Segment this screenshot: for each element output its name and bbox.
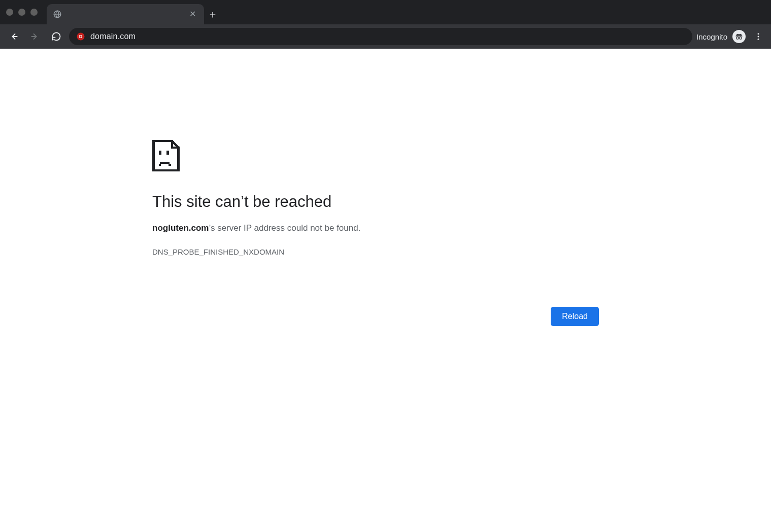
reload-nav-button[interactable] [48,28,65,45]
error-message-rest: ’s server IP address could not be found. [209,223,360,233]
svg-rect-15 [159,164,161,166]
page-viewport: This site can’t be reached nogluten.com’… [0,49,771,532]
error-container: This site can’t be reached nogluten.com’… [152,140,599,326]
browser-window: ✕ ＋ D domain.com Incognito [0,0,771,532]
toolbar: D domain.com Incognito [0,24,771,49]
svg-rect-14 [160,162,170,164]
incognito-label: Incognito [696,32,727,41]
url-text[interactable]: domain.com [90,32,685,41]
svg-rect-12 [159,151,161,154]
svg-point-6 [736,37,739,40]
toolbar-right: Incognito [696,29,766,44]
tab-close-icon[interactable]: ✕ [187,8,198,20]
incognito-icon[interactable] [732,30,746,43]
window-close-dot[interactable] [6,9,13,16]
error-heading: This site can’t be reached [152,193,599,211]
back-button[interactable] [5,28,22,45]
site-favicon-icon: D [76,32,85,41]
svg-point-9 [758,36,759,38]
svg-text:D: D [79,34,83,39]
globe-icon [53,10,62,19]
error-domain: nogluten.com [152,223,209,233]
error-actions: Reload [152,307,599,326]
reload-button[interactable]: Reload [551,307,599,326]
svg-point-7 [740,37,742,40]
browser-tab[interactable]: ✕ [47,4,204,24]
new-tab-button[interactable]: ＋ [204,4,221,24]
svg-rect-5 [735,36,743,37]
error-message: nogluten.com’s server IP address could n… [152,222,599,234]
window-minimize-dot[interactable] [18,9,25,16]
window-controls [6,0,47,24]
address-bar[interactable]: D domain.com [69,28,692,45]
svg-point-8 [758,33,759,34]
svg-rect-11 [172,141,174,143]
svg-point-10 [758,39,759,40]
svg-rect-16 [169,164,171,166]
titlebar: ✕ ＋ [0,0,771,24]
menu-button[interactable] [751,29,766,44]
error-code: DNS_PROBE_FINISHED_NXDOMAIN [152,247,599,256]
svg-rect-13 [166,151,169,154]
forward-button[interactable] [26,28,44,45]
sad-page-icon [152,140,180,171]
window-zoom-dot[interactable] [30,9,38,16]
